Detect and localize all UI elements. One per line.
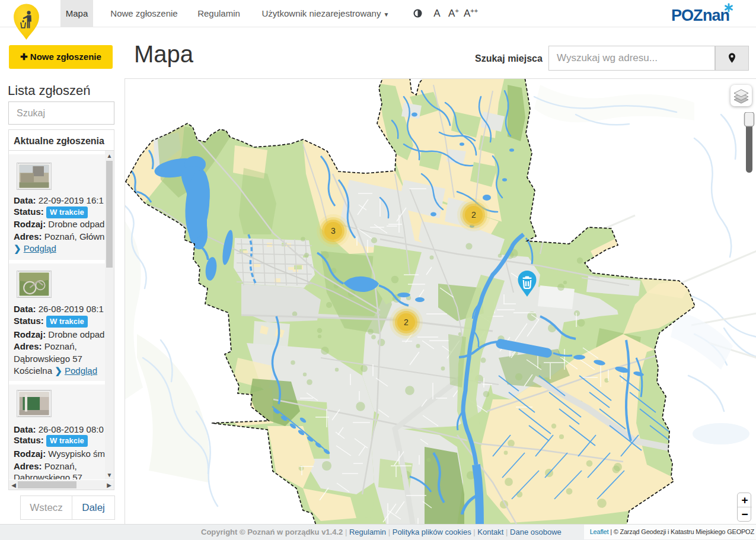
svg-text:3: 3	[331, 226, 336, 236]
svg-text:2: 2	[471, 210, 476, 220]
svg-text:2: 2	[404, 317, 409, 327]
svg-text:POZ: POZ	[671, 7, 703, 24]
